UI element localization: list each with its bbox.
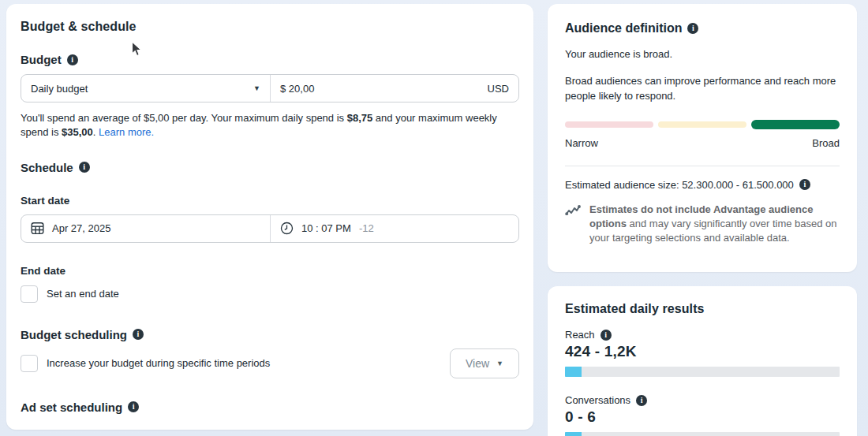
- budget-type-value: Daily budget: [31, 83, 88, 95]
- calendar-icon: [31, 222, 44, 235]
- meter-broad-label: Broad: [812, 137, 840, 149]
- reach-info-icon[interactable]: [600, 330, 612, 341]
- timezone-offset: -12: [359, 222, 374, 234]
- audience-definition-title: Audience definition: [565, 21, 840, 35]
- conversations-value: 0 - 6: [565, 408, 840, 426]
- conversations-label: Conversations: [565, 394, 840, 406]
- budget-type-dropdown[interactable]: Daily budget ▼: [21, 75, 270, 102]
- audience-meter-segment: [751, 120, 840, 129]
- divider: [565, 166, 840, 166]
- start-date-field[interactable]: Apr 27, 2025: [21, 215, 270, 242]
- audience-status-text: Your audience is broad.: [565, 47, 840, 62]
- conversations-info-icon[interactable]: [636, 395, 647, 406]
- page-title: Budget & schedule: [21, 20, 519, 34]
- ad-set-scheduling-info-icon[interactable]: [128, 401, 139, 412]
- reach-bar: [565, 367, 840, 377]
- chevron-down-icon: ▼: [496, 360, 503, 367]
- audience-definition-info-icon[interactable]: [687, 23, 698, 34]
- start-date-value: Apr 27, 2025: [52, 222, 110, 234]
- end-date-checkbox-label: Set an end date: [47, 288, 119, 300]
- view-button[interactable]: View ▼: [450, 348, 519, 378]
- audience-size-info-icon[interactable]: [799, 179, 810, 190]
- budget-scheduling-label: Budget scheduling: [21, 328, 519, 341]
- budget-scheduling-row: Increase your budget during specific tim…: [21, 348, 519, 378]
- estimates-note: Estimates do not include Advantage audie…: [565, 203, 840, 246]
- estimated-audience-size: Estimated audience size: 52.300.000 - 61…: [565, 179, 840, 191]
- ad-set-scheduling-label: Ad set scheduling: [21, 401, 519, 414]
- end-date-checkbox-row: Set an end date: [21, 284, 519, 304]
- budget-scheduling-checkbox[interactable]: [21, 355, 38, 372]
- start-time-value: 10 : 07 PM: [301, 222, 351, 234]
- budget-scheduling-checkbox-label: Increase your budget during specific tim…: [47, 357, 270, 369]
- schedule-info-icon[interactable]: [79, 162, 90, 173]
- reach-label: Reach: [565, 329, 840, 341]
- estimated-daily-results-title: Estimated daily results: [565, 302, 840, 316]
- clock-icon: [280, 222, 294, 235]
- result-bar-fill: [565, 432, 582, 436]
- audience-meter-segment: [565, 121, 653, 128]
- start-date-label: Start date: [21, 195, 519, 207]
- currency-label: USD: [488, 83, 509, 95]
- meter-narrow-label: Narrow: [565, 137, 598, 149]
- result-bar-fill: [565, 367, 582, 377]
- reach-value: 424 - 1,2K: [565, 343, 840, 360]
- audience-definition-card: Audience definition Your audience is bro…: [548, 4, 857, 272]
- start-date-input-row: Apr 27, 2025 10 : 07 PM -12: [21, 214, 519, 243]
- budget-label: Budget: [21, 53, 519, 66]
- chevron-down-icon: ▼: [253, 84, 260, 92]
- budget-scheduling-info-icon[interactable]: [133, 329, 144, 340]
- budget-helper-text: You'll spend an average of $5,00 per day…: [21, 111, 519, 140]
- estimated-daily-results-card: Estimated daily results Reach 424 - 1,2K…: [548, 286, 857, 436]
- budget-schedule-card: Budget & schedule Budget Daily budget ▼ …: [6, 4, 533, 430]
- learn-more-link[interactable]: Learn more.: [99, 126, 154, 138]
- budget-schedule-page: { "icons": { "caret_down": "▼" }, "budge…: [0, 0, 868, 436]
- start-time-field[interactable]: 10 : 07 PM -12: [270, 215, 518, 242]
- trend-line-icon: [565, 203, 582, 218]
- conversations-bar: [565, 432, 840, 436]
- audience-meter: [565, 120, 840, 129]
- budget-amount-field[interactable]: $ 20,00 USD: [270, 75, 518, 102]
- budget-info-icon[interactable]: [67, 54, 78, 65]
- schedule-label: Schedule: [21, 161, 519, 174]
- audience-meter-segment: [658, 121, 746, 128]
- budget-amount-value: $ 20,00: [280, 83, 314, 95]
- audience-meter-labels: Narrow Broad: [565, 137, 840, 149]
- end-date-label: End date: [21, 265, 519, 277]
- budget-input-row: Daily budget ▼ $ 20,00 USD: [21, 74, 519, 102]
- end-date-checkbox[interactable]: [21, 285, 38, 303]
- audience-description-text: Broad audiences can improve performance …: [565, 74, 840, 104]
